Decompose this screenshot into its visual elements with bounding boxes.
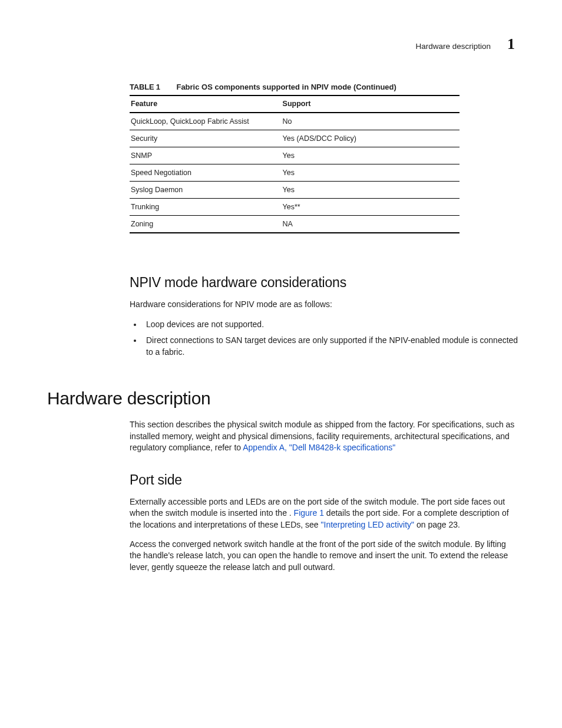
cell-support: Yes (282, 147, 459, 164)
list-item: Loop devices are not supported. (143, 318, 518, 330)
table-header-support: Support (282, 95, 459, 113)
port-p1-sep: . (289, 508, 294, 518)
running-header-text: Hardware description (415, 42, 491, 51)
cell-feature: QuickLoop, QuickLoop Fabric Assist (130, 113, 282, 130)
running-header: Hardware description 1 (47, 35, 515, 53)
table-row: QuickLoop, QuickLoop Fabric AssistNo (130, 113, 459, 130)
npiv-bullets: Loop devices are not supported. Direct c… (143, 318, 518, 358)
cell-support: Yes** (282, 199, 459, 216)
npiv-intro: Hardware considerations for NPIV mode ar… (130, 299, 518, 310)
cell-support: Yes (282, 182, 459, 199)
link-figure-1[interactable]: Figure 1 (294, 508, 324, 518)
port-para-1: Externally accessible ports and LEDs are… (130, 496, 518, 531)
page: Hardware description 1 TABLE 1 Fabric OS… (0, 0, 562, 728)
cell-feature: Security (130, 130, 282, 147)
list-item: Direct connections to SAN target devices… (143, 334, 518, 358)
heading-hardware-description: Hardware description (47, 388, 518, 409)
link-interpreting-led[interactable]: "Interpreting LED activity" (321, 520, 415, 529)
table-row: Syslog DaemonYes (130, 182, 459, 199)
table-label: TABLE 1 (130, 83, 160, 91)
cell-feature: Syslog Daemon (130, 182, 282, 199)
heading-port-side: Port side (130, 472, 518, 488)
running-header-number: 1 (507, 35, 515, 53)
heading-npiv: NPIV mode hardware considerations (130, 275, 518, 291)
port-p1-c: on page 23. (416, 520, 460, 529)
cell-support: NA (282, 216, 459, 233)
table-header-row: Feature Support (130, 95, 459, 113)
table-row: ZoningNA (130, 216, 459, 233)
feature-table: Feature Support QuickLoop, QuickLoop Fab… (130, 95, 459, 233)
table-row: TrunkingYes** (130, 199, 459, 216)
table-block: TABLE 1 Fabric OS components supported i… (130, 83, 459, 233)
table-title: Fabric OS components supported in NPIV m… (176, 83, 396, 91)
table-row: Speed NegotiationYes (130, 164, 459, 182)
cell-feature: Speed Negotiation (130, 164, 282, 182)
link-appendix-a[interactable]: Appendix A, "Dell M8428-k specifications… (243, 443, 395, 452)
port-para-2: Access the converged network switch hand… (130, 539, 518, 573)
hw-para: This section describes the physical swit… (130, 419, 518, 453)
body-column: NPIV mode hardware considerations Hardwa… (130, 275, 518, 573)
cell-feature: SNMP (130, 147, 282, 164)
cell-feature: Zoning (130, 216, 282, 233)
table-header-feature: Feature (130, 95, 282, 113)
cell-support: Yes (282, 164, 459, 182)
cell-feature: Trunking (130, 199, 282, 216)
cell-support: No (282, 113, 459, 130)
table-row: SecurityYes (ADS/DCC Policy) (130, 130, 459, 147)
cell-support: Yes (ADS/DCC Policy) (282, 130, 459, 147)
table-caption: TABLE 1 Fabric OS components supported i… (130, 83, 459, 91)
table-row: SNMPYes (130, 147, 459, 164)
